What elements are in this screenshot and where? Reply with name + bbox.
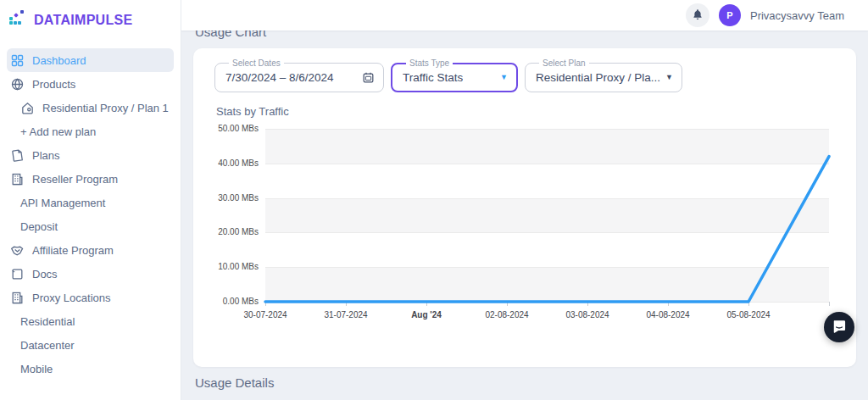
- y-axis-tick-label: 50.00 MBs: [193, 124, 259, 133]
- x-axis-tick-label: 31-07-2024: [309, 310, 383, 319]
- sidebar-item-label: Dashboard: [32, 54, 86, 67]
- sidebar-item-label: Residential: [20, 315, 75, 328]
- y-axis-tick-label: 30.00 MBs: [193, 193, 259, 203]
- usage-chart-card: Select Dates 7/30/2024 – 8/6/2024 Stats …: [193, 48, 856, 367]
- y-axis-tick-label: 10.00 MBs: [193, 262, 259, 271]
- sidebar-item-dashboard[interactable]: Dashboard: [7, 48, 174, 72]
- y-axis-tick-label: 40.00 MBs: [193, 158, 259, 168]
- x-axis-tick-label: 30-07-2024: [228, 310, 303, 319]
- calendar-icon[interactable]: [362, 71, 375, 84]
- sidebar-item-label: + Add new plan: [20, 125, 96, 138]
- sidebar-item-affiliate-program[interactable]: Affiliate Program: [7, 238, 174, 262]
- plan-field[interactable]: Select Plan Residential Proxy / Pla... ▼: [525, 58, 682, 92]
- building-icon: [10, 172, 25, 186]
- sidebar-item-add-new-plan[interactable]: + Add new plan: [7, 119, 174, 143]
- brand-name: DATAIMPULSE: [34, 13, 132, 28]
- sidebar-item-mobile[interactable]: Mobile: [7, 357, 174, 381]
- sidebar-item-reseller-program[interactable]: Reseller Program: [7, 167, 174, 191]
- x-axis-tick: [829, 302, 830, 306]
- handshake-icon: [10, 243, 25, 258]
- y-axis-tick-label: 20.00 MBs: [193, 227, 259, 236]
- chart-plot-area: [265, 129, 829, 302]
- bell-icon: [692, 8, 704, 23]
- chevron-down-icon: ▼: [500, 74, 508, 81]
- sidebar-item-proxy-locations[interactable]: Proxy Locations: [7, 286, 174, 309]
- sidebar-item-residential-proxy-plan-1[interactable]: Residential Proxy / Plan 1: [7, 96, 174, 119]
- chat-bubble-icon: [831, 318, 848, 337]
- chat-widget-button[interactable]: [824, 312, 854, 342]
- date-range-input[interactable]: 7/30/2024 – 8/6/2024: [225, 68, 375, 86]
- brand-logo[interactable]: DATAIMPULSE: [0, 0, 181, 32]
- user-avatar[interactable]: P: [719, 4, 741, 26]
- main-content: Usage Chart Select Dates 7/30/2024 – 8/6…: [181, 31, 868, 400]
- x-axis-tick-label: 05-08-2024: [711, 310, 786, 319]
- usage-chart-title: Usage Chart: [195, 31, 868, 39]
- sidebar-item-label: Residential Proxy / Plan 1: [42, 102, 169, 114]
- brand-logo-icon: [8, 8, 28, 32]
- sidebar-item-label: Deposit: [20, 220, 58, 233]
- sidebar: DATAIMPULSE DashboardProductsResidential…: [0, 0, 181, 400]
- chart-series-label: Stats by Traffic: [216, 105, 856, 118]
- plan-value: Residential Proxy / Pla...: [536, 71, 660, 84]
- sidebar-item-api-management[interactable]: API Management: [7, 191, 174, 214]
- x-axis-tick-label: 02-08-2024: [470, 310, 544, 319]
- plan-select[interactable]: Residential Proxy / Pla... ▼: [536, 68, 673, 86]
- stats-type-field[interactable]: Stats Type Traffic Stats ▼: [391, 58, 518, 92]
- sidebar-item-label: API Management: [20, 197, 105, 209]
- notifications-button[interactable]: [686, 3, 709, 27]
- sidebar-item-label: Mobile: [20, 363, 53, 375]
- plans-icon: [10, 148, 25, 163]
- sidebar-item-label: Products: [32, 78, 75, 91]
- sidebar-item-products[interactable]: Products: [7, 72, 174, 96]
- stats-type-label: Stats Type: [406, 58, 453, 68]
- x-axis-tick-label: Aug '24: [389, 310, 464, 319]
- chevron-down-icon: ▼: [665, 74, 673, 81]
- sidebar-item-datacenter[interactable]: Datacenter: [7, 333, 174, 357]
- topbar: P Privacysavvy Team: [181, 0, 868, 31]
- sidebar-nav: DashboardProductsResidential Proxy / Pla…: [7, 48, 174, 381]
- sidebar-item-docs[interactable]: Docs: [7, 262, 174, 286]
- sidebar-item-label: Proxy Locations: [32, 292, 111, 304]
- date-range-field[interactable]: Select Dates 7/30/2024 – 8/6/2024: [214, 58, 384, 92]
- sidebar-item-label: Datacenter: [20, 339, 75, 352]
- sidebar-item-deposit[interactable]: Deposit: [7, 214, 174, 238]
- sidebar-item-label: Docs: [32, 268, 58, 281]
- usage-line-chart: 50.00 MBs40.00 MBs30.00 MBs20.00 MBs10.0…: [193, 129, 856, 328]
- building-icon: [10, 291, 25, 305]
- sidebar-item-label: Reseller Program: [32, 173, 118, 186]
- stats-type-value: Traffic Stats: [403, 71, 463, 84]
- team-name: Privacysavvy Team: [750, 9, 844, 22]
- plan-label: Select Plan: [539, 58, 589, 68]
- docs-icon: [10, 267, 25, 281]
- dashboard-grid-icon: [10, 53, 25, 68]
- sidebar-item-label: Affiliate Program: [32, 244, 114, 257]
- sidebar-item-residential[interactable]: Residential: [7, 309, 174, 333]
- chart-controls: Select Dates 7/30/2024 – 8/6/2024 Stats …: [193, 48, 856, 92]
- home-icon: [20, 101, 35, 115]
- traffic-line-series: [265, 157, 829, 302]
- date-range-label: Select Dates: [229, 58, 284, 68]
- y-axis-tick-label: 0.00 MBs: [193, 297, 259, 306]
- globe-icon: [10, 77, 25, 92]
- stats-type-select[interactable]: Traffic Stats ▼: [403, 68, 508, 86]
- date-range-value: 7/30/2024 – 8/6/2024: [225, 71, 334, 84]
- sidebar-item-label: Plans: [32, 149, 60, 162]
- x-axis-tick-label: 04-08-2024: [631, 310, 705, 319]
- x-axis-tick-label: 03-08-2024: [550, 310, 625, 319]
- sidebar-item-plans[interactable]: Plans: [7, 143, 174, 167]
- usage-details-title: Usage Details: [195, 375, 868, 390]
